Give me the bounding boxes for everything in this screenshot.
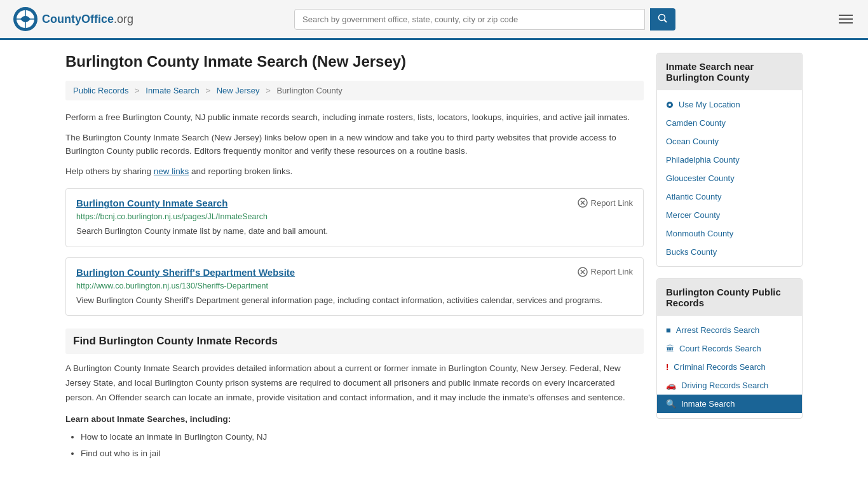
result-2-report-link[interactable]: Report Link [578, 267, 633, 277]
menu-button[interactable] [836, 12, 855, 26]
site-header: CountyOffice.org [0, 0, 868, 40]
bullet-list: How to locate an inmate in Burlington Co… [65, 429, 644, 461]
inmate-icon: 🔍 [666, 399, 676, 409]
nearby-link-philadelphia-label: Philadelphia County [666, 155, 740, 165]
arrest-icon: ■ [666, 325, 671, 335]
svg-point-14 [668, 104, 671, 106]
pub-rec-driving[interactable]: 🚗 Driving Records Search [657, 376, 802, 395]
nearby-link-ocean-label: Ocean County [666, 137, 719, 146]
nearby-box: Inmate Search near Burlington County Use… [656, 53, 803, 267]
bullet-item-1: How to locate an inmate in Burlington Co… [81, 429, 644, 445]
driving-icon: 🚗 [666, 381, 676, 390]
menu-line-1 [839, 15, 853, 16]
search-area [294, 8, 675, 30]
pub-rec-inmate[interactable]: 🔍 Inmate Search [657, 395, 802, 413]
location-icon [666, 101, 674, 109]
new-links-link[interactable]: new links [154, 166, 189, 176]
result-card-1-header: Burlington County Inmate Search Report L… [76, 198, 633, 208]
nearby-link-gloucester-label: Gloucester County [666, 173, 735, 183]
public-records-box: Burlington County Public Records ■ Arres… [656, 278, 803, 419]
report-icon-1 [578, 198, 588, 208]
page-title: Burlington County Inmate Search (New Jer… [65, 53, 644, 71]
nearby-link-gloucester[interactable]: Gloucester County [657, 169, 802, 187]
breadcrumb-sep-2: > [205, 86, 210, 95]
result-card-1: Burlington County Inmate Search Report L… [65, 188, 644, 247]
nearby-title: Inmate Search near Burlington County [657, 53, 802, 90]
main-content: Burlington County Inmate Search (New Jer… [65, 53, 644, 461]
nearby-link-bucks-label: Bucks County [666, 247, 717, 257]
result-card-2-header: Burlington County Sheriff's Department W… [76, 267, 633, 278]
logo-icon [13, 6, 38, 32]
nearby-link-monmouth[interactable]: Monmouth County [657, 224, 802, 243]
result-2-title[interactable]: Burlington County Sheriff's Department W… [76, 267, 295, 278]
breadcrumb-current: Burlington County [276, 86, 342, 95]
svg-line-6 [665, 20, 667, 22]
body-text: A Burlington County Inmate Search provid… [65, 362, 644, 405]
result-card-2: Burlington County Sheriff's Department W… [65, 257, 644, 316]
result-2-description: View Burlington County Sheriff's Departm… [76, 294, 633, 307]
bullet-item-2: Find out who is in jail [81, 445, 644, 462]
learn-heading: Learn about Inmate Searches, including: [65, 414, 644, 424]
breadcrumb-public-records[interactable]: Public Records [73, 86, 128, 95]
court-icon: 🏛 [666, 344, 674, 353]
sidebar: Inmate Search near Burlington County Use… [656, 53, 803, 461]
result-1-url: https://bcnj.co.burlington.nj.us/pages/J… [76, 212, 633, 221]
pub-rec-criminal[interactable]: ! Criminal Records Search [657, 358, 802, 376]
criminal-icon: ! [666, 362, 668, 372]
menu-line-2 [839, 18, 853, 20]
breadcrumb-sep-1: > [135, 86, 140, 95]
public-records-title: Burlington County Public Records [657, 279, 802, 316]
breadcrumb-sep-3: > [266, 86, 271, 95]
nearby-link-camden[interactable]: Camden County [657, 114, 802, 132]
nearby-link-monmouth-label: Monmouth County [666, 229, 733, 238]
logo-text: CountyOffice.org [42, 13, 133, 26]
result-1-report-link[interactable]: Report Link [578, 198, 633, 208]
use-location-link[interactable]: Use My Location [657, 95, 802, 114]
search-input[interactable] [294, 9, 645, 30]
result-2-url: http://www.co.burlington.nj.us/130/Sheri… [76, 281, 633, 290]
result-1-title[interactable]: Burlington County Inmate Search [76, 198, 227, 208]
breadcrumb-inmate-search[interactable]: Inmate Search [146, 86, 200, 95]
intro-paragraph-2: The Burlington County Inmate Search (New… [65, 131, 644, 158]
result-1-description: Search Burlington County inmate list by … [76, 225, 633, 238]
nearby-link-mercer[interactable]: Mercer County [657, 206, 802, 224]
report-icon-2 [578, 267, 588, 277]
nearby-link-philadelphia[interactable]: Philadelphia County [657, 151, 802, 169]
section-heading: Find Burlington County Inmate Records [65, 329, 644, 354]
svg-point-5 [659, 14, 665, 20]
main-container: Burlington County Inmate Search (New Jer… [53, 40, 815, 474]
logo[interactable]: CountyOffice.org [13, 6, 133, 32]
nearby-link-atlantic[interactable]: Atlantic County [657, 187, 802, 206]
nearby-link-camden-label: Camden County [666, 118, 726, 128]
breadcrumb-new-jersey[interactable]: New Jersey [217, 86, 260, 95]
intro-paragraph-3: Help others by sharing new links and rep… [65, 165, 644, 179]
nearby-link-ocean[interactable]: Ocean County [657, 132, 802, 151]
nearby-link-bucks[interactable]: Bucks County [657, 243, 802, 261]
pub-rec-arrest[interactable]: ■ Arrest Records Search [657, 321, 802, 339]
nearby-content: Use My Location Camden County Ocean Coun… [657, 90, 802, 266]
intro-paragraph-1: Perform a free Burlington County, NJ pub… [65, 111, 644, 125]
search-button[interactable] [650, 8, 675, 30]
public-records-content: ■ Arrest Records Search 🏛 Court Records … [657, 316, 802, 418]
nearby-link-atlantic-label: Atlantic County [666, 192, 721, 201]
menu-line-3 [839, 22, 853, 24]
breadcrumb: Public Records > Inmate Search > New Jer… [65, 81, 644, 100]
nearby-link-mercer-label: Mercer County [666, 210, 720, 220]
search-icon [658, 13, 668, 24]
pub-rec-court[interactable]: 🏛 Court Records Search [657, 339, 802, 358]
